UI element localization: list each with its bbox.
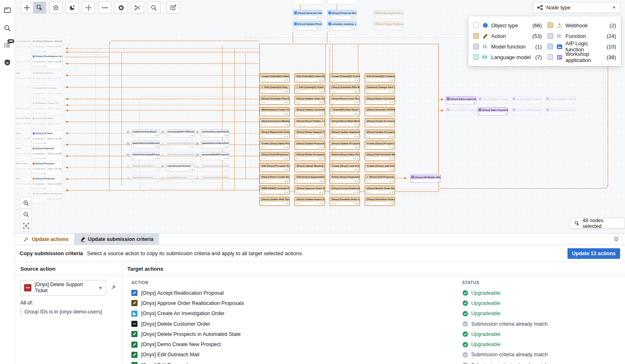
action-node-selected[interactable]: Create [ClaimQA] Communica... <box>330 73 360 82</box>
action-node-selected[interactable]: [Onyx] Inventory Manager - G... <box>259 118 290 127</box>
zoom-in-button[interactable] <box>20 197 32 209</box>
action-node-selected[interactable]: [Onyx] Delete Customer Order <box>365 96 395 105</box>
workshop-node[interactable]: [Onyx] INSERT Payment Revie... <box>477 96 508 104</box>
object-type-node-partial[interactable]: Object view <box>15 53 31 69</box>
legend-item[interactable]: fx XX Function (24) <box>547 31 616 41</box>
action-node-selected[interactable]: [Onyx] Escalate Order to High... <box>330 197 360 206</box>
object-type-node[interactable]: [Onyx] Plant Production Perfo... Object … <box>31 191 63 206</box>
action-node-selected[interactable]: Delete [Onyx] Value Propositi... <box>330 152 360 161</box>
action-node-selected[interactable]: [Gamma] Change Alert Severit... <box>365 85 395 94</box>
object-type-node-partial[interactable]: Line Object view <box>15 146 31 161</box>
target-action-row[interactable]: [Onyx] Create An Investigation Order Upg… <box>131 309 625 319</box>
action-node-selected[interactable]: [Onyx] Modify Order Reallocat... <box>365 185 395 194</box>
function-node[interactable]: fx gammaAutomationGenerateU... <box>166 141 195 149</box>
action-node-selected[interactable]: [Onyx] Reset Crisis Response ... <box>330 96 360 105</box>
search-panel-button[interactable] <box>0 21 15 35</box>
action-node-selected[interactable]: [Onyx] Reset Multi-Modal Dem... <box>330 118 360 127</box>
aip-logic-node[interactable]: [Onyx] Generate Value Propos... <box>293 10 322 20</box>
action-node-selected[interactable]: [Onyx] Substitute Order Item <box>365 197 395 206</box>
action-node-selected[interactable]: [Onyx] Generate AUTOMATED ... <box>365 107 395 116</box>
workshop-node[interactable]: [Onyx] Maintenance Workflow... <box>545 107 576 115</box>
search-tool-button[interactable] <box>147 2 160 13</box>
legend-item[interactable]: fx XX Workshop application (38) <box>547 52 616 62</box>
legend-color-checkbox[interactable] <box>547 44 553 49</box>
aip-logic-node[interactable]: [Onyx] Proposal Writer <box>327 10 357 20</box>
update-actions-button[interactable]: Update 13 actions <box>567 248 620 259</box>
object-type-node[interactable]: [Onyx] AI Task 6 propertiesObject view <box>31 130 63 146</box>
action-node-selected[interactable]: Edit [Onyx] Segmentation Pri... <box>295 174 325 183</box>
target-action-row[interactable]: [Onyx] Delete Prospects in Automated Sta… <box>131 329 625 339</box>
function-node[interactable]: fx onyxUpdatePLUPEmailAndCo... <box>166 129 195 137</box>
object-type-node[interactable]: [ClaimQA] State Tax 3 propertiesObject v… <box>31 100 63 116</box>
legend-color-checkbox[interactable] <box>473 44 479 49</box>
function-node[interactable]: fx gammaAutomationGenerateC... <box>201 141 229 149</box>
action-node-selected[interactable]: [Onyx] Edit Outreach Mail <box>365 152 395 161</box>
action-node-unselected[interactable]: [Onyx] Trigger Purchase Order <box>373 21 403 30</box>
object-type-node[interactable]: [Onyx] Delivery 26 propertiesObject view <box>31 70 63 86</box>
action-node-selected[interactable]: [Onyx] Update Prospect State <box>365 130 395 139</box>
action-node-selected[interactable]: [PRE-DEMO] Unsettle Paymen... <box>259 185 290 194</box>
object-type-node-partial[interactable]: lemese (Disp... Object view <box>15 115 31 131</box>
legend-color-checkbox[interactable] <box>473 33 479 39</box>
clear-chart-button[interactable] <box>66 2 79 13</box>
action-node-selected[interactable]: Edit [ClaimQA] Communicatio... <box>365 73 395 82</box>
action-node-selected[interactable]: [Onyx] Delete Prospects in Aut... <box>295 152 325 161</box>
action-node-selected[interactable]: [Marketplace] Create User Fee... <box>259 107 290 116</box>
function-node[interactable]: fx onyxGeneratePrincipleEvalDa... <box>201 175 229 183</box>
settings-button[interactable] <box>115 2 128 13</box>
action-node-unselected[interactable]: [Onyx] Re-Segment Prospect <box>373 10 403 19</box>
focus-tool-button[interactable] <box>49 2 62 13</box>
aip-logic-node[interactable]: [Onyx] Update Prioritization <box>293 21 322 31</box>
action-node-selected[interactable]: Create [Onyx] Prospect Sched... <box>365 141 395 150</box>
security-panel-button[interactable]: u <box>0 55 15 69</box>
workshop-node[interactable]: [Onyx] Sales Funnel Manager <box>477 107 508 115</box>
action-node-selected[interactable]: Create [Onyx] Lead Interactio... <box>330 163 360 172</box>
legend-color-checkbox[interactable] <box>547 54 553 60</box>
zoom-fit-button[interactable] <box>20 220 32 232</box>
object-type-node[interactable]: [Onyx] Machine 19 propertiesObject view <box>31 115 63 131</box>
action-node-selected[interactable]: [Onyx] Delete Support Ticket <box>295 130 325 139</box>
action-node-selected[interactable]: Edit [Onyx] Prospect Schedul... <box>259 163 290 172</box>
action-node-selected[interactable]: Delete [Onyx] Segmentation P... <box>330 174 360 183</box>
function-node[interactable]: fx gammaGenerateInventoryMa... <box>131 141 160 149</box>
function-node[interactable]: fx generateNewProspects <box>201 152 229 160</box>
legend-color-checkbox[interactable] <box>473 22 479 28</box>
action-node-selected[interactable]: [ClaimQA] Start Demo <box>330 107 360 116</box>
workshop-node[interactable]: [Onyx] INSERT Sales Prospect... <box>445 107 477 115</box>
object-type-node-partial[interactable]: des Object view <box>15 176 31 191</box>
selection-list-button[interactable]: 48 <box>0 38 15 52</box>
action-node-selected[interactable]: [Onyx] Reset Tickets + Orders <box>295 118 325 127</box>
object-type-node[interactable]: [ClaimQA] Invoice 7 propertiesObject vie… <box>31 85 63 101</box>
collapse-panel-button[interactable] <box>613 234 619 245</box>
object-type-node[interactable]: [Onyx] Proposal 6 propertiesObject view <box>31 176 63 191</box>
action-node-selected[interactable]: [Onyx] Update Prospect Priori... <box>330 141 360 150</box>
legend-item[interactable]: fx XX Language model (7) <box>473 52 542 62</box>
action-node-selected[interactable]: [Onyx] Create An Investigation... <box>365 118 395 127</box>
function-node[interactable]: fx deleteAutomatedProspectAnd... <box>131 152 160 160</box>
legend-color-checkbox[interactable] <box>547 33 553 39</box>
action-node-selected[interactable]: [Onyx] Upload Meeting Voice-... <box>295 163 325 172</box>
action-node-selected[interactable]: [Onyx] Update Segment and S... <box>330 130 360 139</box>
trace-tool-button[interactable] <box>98 2 111 13</box>
tab-update-actions[interactable]: fx Update actions <box>18 234 74 245</box>
object-type-node[interactable]: [Onyx] Payment 9 propertiesObject view <box>31 146 63 161</box>
legend-color-checkbox[interactable] <box>547 22 553 28</box>
workshop-node[interactable]: [Onyx] Sales Lead Interaction ... <box>445 96 477 104</box>
function-node[interactable]: fx substituteOrderItem <box>166 163 195 172</box>
object-type-node-partial[interactable]: Object view <box>15 100 31 116</box>
legend-item[interactable]: fx XX Model function (1) <box>473 41 542 52</box>
action-node-selected[interactable]: [Onyx] Send Response to Cust... <box>259 152 290 161</box>
tab-update-submission-criteria[interactable]: Update submission criteria <box>74 234 159 245</box>
action-node-selected[interactable]: [Onyx] Update Proposal <box>295 141 325 150</box>
action-node-selected[interactable]: [Onyx] Accept Reallocation Pr... <box>330 185 360 194</box>
target-action-row[interactable]: [Onyx] Delete Customer Order Submission … <box>131 319 625 329</box>
workshop-node[interactable]: [Onyx] INSERT Sales Prospect ... <box>545 96 576 104</box>
action-node-selected[interactable]: [Onyx] Update Order Automat... <box>295 96 325 105</box>
legend-color-checkbox[interactable] <box>473 54 479 60</box>
node-type-dropdown[interactable]: Node type ▼ <box>532 2 621 13</box>
object-type-node[interactable]: [Onyx] Prospect 26 propertiesObject view <box>31 161 63 176</box>
target-action-row[interactable]: [Onyx] Accept Reallocation Proposal Upgr… <box>131 288 625 298</box>
action-node-selected[interactable]: Create [ClaimQA] Claim Rule <box>259 73 290 82</box>
object-type-node[interactable]: [Onyx] Delivery Vehicle Manual 6 propert… <box>31 38 63 54</box>
function-node[interactable]: fx reallocateCustomerOrderToAl... <box>201 163 229 172</box>
